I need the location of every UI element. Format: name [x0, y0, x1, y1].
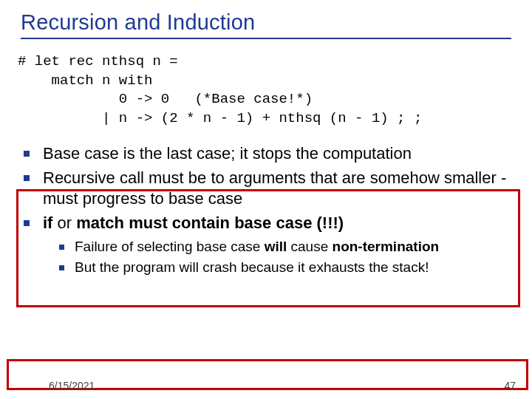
title-rule — [21, 38, 511, 39]
bullet-text: if or match must contain base case (!!!) — [43, 213, 344, 233]
page-number: 47 — [504, 380, 516, 392]
bullet-list: Base case is the last case; it stops the… — [18, 143, 511, 233]
bullet-icon — [59, 245, 64, 250]
list-item: Recursive call must be to arguments that… — [18, 168, 511, 208]
bullet-icon — [24, 151, 30, 157]
list-item: if or match must contain base case (!!!) — [18, 213, 511, 233]
bullet-text: Failure of selecting base case will caus… — [75, 238, 439, 256]
slide-title: Recursion and Induction — [21, 10, 511, 35]
bullet-icon — [24, 175, 30, 181]
list-item: Base case is the last case; it stops the… — [18, 143, 511, 164]
bullet-icon — [59, 265, 64, 270]
code-line: match n with — [18, 72, 152, 89]
code-line: 0 -> 0 (*Base case!*) — [18, 91, 313, 107]
list-item: Failure of selecting base case will caus… — [53, 238, 511, 256]
bullet-text: Recursive call must be to arguments that… — [43, 168, 511, 208]
bullet-text: Base case is the last case; it stops the… — [43, 143, 412, 164]
list-item: But the program will crash because it ex… — [53, 259, 511, 277]
sub-bullet-list: Failure of selecting base case will caus… — [53, 238, 511, 277]
footer-date: 6/15/2021 — [49, 380, 95, 392]
bullet-text: But the program will crash because it ex… — [75, 259, 429, 277]
code-line: | n -> (2 * n - 1) + nthsq (n - 1) ; ; — [18, 110, 422, 126]
code-line: # let rec nthsq n = — [18, 53, 178, 69]
code-block: # let rec nthsq n = match n with 0 -> 0 … — [18, 52, 511, 129]
bullet-icon — [24, 220, 30, 226]
